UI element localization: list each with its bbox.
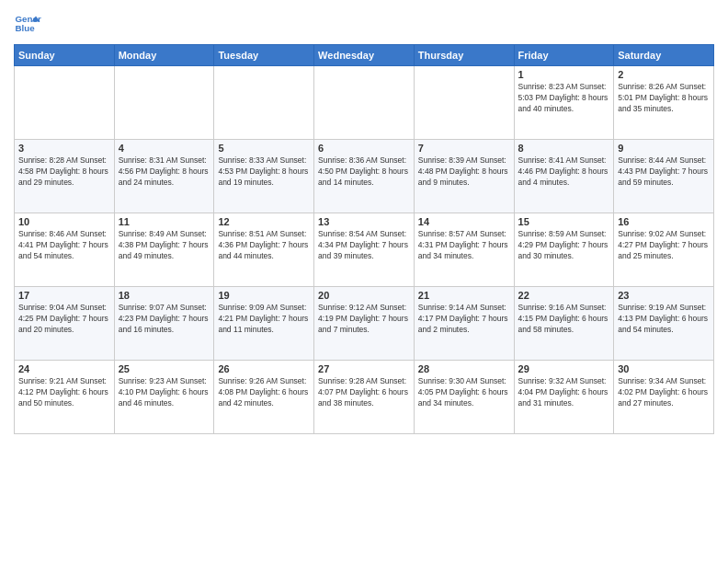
day-cell: 17Sunrise: 9:04 AM Sunset: 4:25 PM Dayli… — [15, 287, 115, 361]
day-cell: 30Sunrise: 9:34 AM Sunset: 4:02 PM Dayli… — [614, 361, 714, 434]
weekday-header-thursday: Thursday — [414, 45, 514, 66]
day-cell: 19Sunrise: 9:09 AM Sunset: 4:21 PM Dayli… — [214, 287, 314, 361]
day-number: 2 — [618, 69, 710, 80]
day-info: Sunrise: 8:57 AM Sunset: 4:31 PM Dayligh… — [418, 229, 510, 262]
day-info: Sunrise: 8:51 AM Sunset: 4:36 PM Dayligh… — [218, 229, 310, 262]
day-info: Sunrise: 8:36 AM Sunset: 4:50 PM Dayligh… — [318, 155, 410, 189]
day-info: Sunrise: 9:28 AM Sunset: 4:07 PM Dayligh… — [318, 376, 410, 409]
day-number: 29 — [518, 363, 610, 374]
day-info: Sunrise: 9:02 AM Sunset: 4:27 PM Dayligh… — [618, 229, 710, 262]
day-info: Sunrise: 8:23 AM Sunset: 5:03 PM Dayligh… — [518, 82, 610, 115]
day-cell: 10Sunrise: 8:46 AM Sunset: 4:41 PM Dayli… — [15, 213, 115, 287]
day-cell — [15, 66, 115, 140]
day-cell: 29Sunrise: 9:32 AM Sunset: 4:04 PM Dayli… — [514, 361, 614, 434]
day-number: 28 — [418, 363, 510, 374]
day-number: 15 — [518, 216, 610, 227]
day-cell: 4Sunrise: 8:31 AM Sunset: 4:56 PM Daylig… — [114, 140, 214, 213]
day-info: Sunrise: 8:46 AM Sunset: 4:41 PM Dayligh… — [18, 229, 110, 262]
day-info: Sunrise: 9:19 AM Sunset: 4:13 PM Dayligh… — [618, 303, 710, 336]
day-cell: 18Sunrise: 9:07 AM Sunset: 4:23 PM Dayli… — [114, 287, 214, 361]
day-cell: 25Sunrise: 9:23 AM Sunset: 4:10 PM Dayli… — [114, 361, 214, 434]
day-info: Sunrise: 9:21 AM Sunset: 4:12 PM Dayligh… — [18, 376, 110, 409]
day-number: 17 — [18, 290, 110, 301]
day-number: 16 — [618, 216, 710, 227]
day-number: 12 — [218, 216, 310, 227]
day-number: 5 — [218, 143, 310, 154]
day-number: 6 — [318, 143, 410, 154]
day-cell: 5Sunrise: 8:33 AM Sunset: 4:53 PM Daylig… — [214, 140, 314, 213]
day-cell: 3Sunrise: 8:28 AM Sunset: 4:58 PM Daylig… — [15, 140, 115, 213]
day-number: 1 — [518, 69, 610, 80]
day-number: 9 — [618, 143, 710, 154]
day-info: Sunrise: 9:14 AM Sunset: 4:17 PM Dayligh… — [418, 303, 510, 336]
weekday-header-friday: Friday — [514, 45, 614, 66]
day-info: Sunrise: 8:49 AM Sunset: 4:38 PM Dayligh… — [119, 229, 210, 262]
day-number: 26 — [218, 363, 310, 374]
day-cell: 1Sunrise: 8:23 AM Sunset: 5:03 PM Daylig… — [514, 66, 614, 140]
day-cell: 26Sunrise: 9:26 AM Sunset: 4:08 PM Dayli… — [214, 361, 314, 434]
day-cell: 11Sunrise: 8:49 AM Sunset: 4:38 PM Dayli… — [114, 213, 214, 287]
day-info: Sunrise: 9:16 AM Sunset: 4:15 PM Dayligh… — [518, 303, 610, 336]
day-number: 11 — [119, 216, 210, 227]
weekday-header-tuesday: Tuesday — [214, 45, 314, 66]
day-cell: 9Sunrise: 8:44 AM Sunset: 4:43 PM Daylig… — [614, 140, 714, 213]
day-cell: 20Sunrise: 9:12 AM Sunset: 4:19 PM Dayli… — [314, 287, 415, 361]
day-info: Sunrise: 9:23 AM Sunset: 4:10 PM Dayligh… — [119, 376, 210, 409]
day-cell: 16Sunrise: 9:02 AM Sunset: 4:27 PM Dayli… — [614, 213, 714, 287]
logo: General Blue — [14, 9, 41, 37]
day-info: Sunrise: 8:31 AM Sunset: 4:56 PM Dayligh… — [119, 155, 210, 189]
day-cell — [314, 66, 415, 140]
day-cell: 2Sunrise: 8:26 AM Sunset: 5:01 PM Daylig… — [614, 66, 714, 140]
day-info: Sunrise: 8:44 AM Sunset: 4:43 PM Dayligh… — [618, 155, 710, 189]
day-number: 4 — [119, 143, 210, 154]
day-number: 14 — [418, 216, 510, 227]
day-cell — [214, 66, 314, 140]
calendar-page: General Blue SundayMondayTuesdayWednesda… — [0, 0, 728, 563]
day-number: 13 — [318, 216, 410, 227]
week-row-1: 1Sunrise: 8:23 AM Sunset: 5:03 PM Daylig… — [15, 66, 714, 140]
day-cell: 14Sunrise: 8:57 AM Sunset: 4:31 PM Dayli… — [414, 213, 514, 287]
weekday-header-monday: Monday — [114, 45, 214, 66]
day-cell: 15Sunrise: 8:59 AM Sunset: 4:29 PM Dayli… — [514, 213, 614, 287]
weekday-header-saturday: Saturday — [614, 45, 714, 66]
day-number: 30 — [618, 363, 710, 374]
header: General Blue — [14, 9, 714, 37]
day-info: Sunrise: 8:28 AM Sunset: 4:58 PM Dayligh… — [18, 155, 110, 189]
day-info: Sunrise: 9:32 AM Sunset: 4:04 PM Dayligh… — [518, 376, 610, 409]
day-info: Sunrise: 8:33 AM Sunset: 4:53 PM Dayligh… — [218, 155, 310, 189]
day-number: 18 — [119, 290, 210, 301]
day-number: 20 — [318, 290, 410, 301]
day-number: 19 — [218, 290, 310, 301]
weekday-header-row: SundayMondayTuesdayWednesdayThursdayFrid… — [15, 45, 714, 66]
week-row-2: 3Sunrise: 8:28 AM Sunset: 4:58 PM Daylig… — [15, 140, 714, 213]
day-info: Sunrise: 8:39 AM Sunset: 4:48 PM Dayligh… — [418, 155, 510, 189]
week-row-3: 10Sunrise: 8:46 AM Sunset: 4:41 PM Dayli… — [15, 213, 714, 287]
day-number: 22 — [518, 290, 610, 301]
day-info: Sunrise: 9:34 AM Sunset: 4:02 PM Dayligh… — [618, 376, 710, 409]
day-cell: 8Sunrise: 8:41 AM Sunset: 4:46 PM Daylig… — [514, 140, 614, 213]
weekday-header-wednesday: Wednesday — [314, 45, 415, 66]
day-cell — [414, 66, 514, 140]
day-cell: 12Sunrise: 8:51 AM Sunset: 4:36 PM Dayli… — [214, 213, 314, 287]
day-info: Sunrise: 8:41 AM Sunset: 4:46 PM Dayligh… — [518, 155, 610, 189]
day-cell: 21Sunrise: 9:14 AM Sunset: 4:17 PM Dayli… — [414, 287, 514, 361]
day-info: Sunrise: 9:04 AM Sunset: 4:25 PM Dayligh… — [18, 303, 110, 336]
day-cell — [114, 66, 214, 140]
day-number: 24 — [18, 363, 110, 374]
day-info: Sunrise: 8:59 AM Sunset: 4:29 PM Dayligh… — [518, 229, 610, 262]
day-number: 7 — [418, 143, 510, 154]
day-info: Sunrise: 8:26 AM Sunset: 5:01 PM Dayligh… — [618, 82, 710, 115]
svg-text:Blue: Blue — [16, 23, 36, 33]
day-cell: 22Sunrise: 9:16 AM Sunset: 4:15 PM Dayli… — [514, 287, 614, 361]
day-cell: 6Sunrise: 8:36 AM Sunset: 4:50 PM Daylig… — [314, 140, 415, 213]
day-number: 23 — [618, 290, 710, 301]
day-cell: 7Sunrise: 8:39 AM Sunset: 4:48 PM Daylig… — [414, 140, 514, 213]
logo-icon: General Blue — [14, 9, 41, 37]
day-info: Sunrise: 9:26 AM Sunset: 4:08 PM Dayligh… — [218, 376, 310, 409]
day-info: Sunrise: 9:12 AM Sunset: 4:19 PM Dayligh… — [318, 303, 410, 336]
day-number: 3 — [18, 143, 110, 154]
day-cell: 13Sunrise: 8:54 AM Sunset: 4:34 PM Dayli… — [314, 213, 415, 287]
day-cell: 23Sunrise: 9:19 AM Sunset: 4:13 PM Dayli… — [614, 287, 714, 361]
day-number: 10 — [18, 216, 110, 227]
day-info: Sunrise: 8:54 AM Sunset: 4:34 PM Dayligh… — [318, 229, 410, 262]
